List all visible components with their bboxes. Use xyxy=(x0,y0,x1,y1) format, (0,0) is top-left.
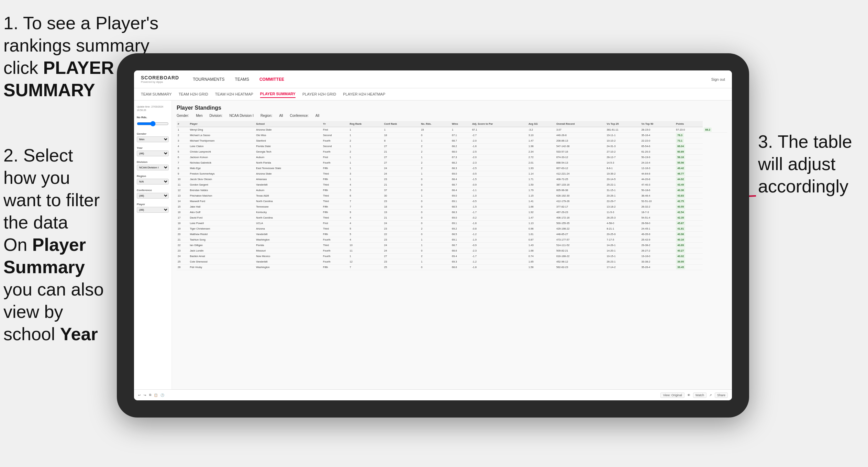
update-time-label: Update time: xyxy=(137,105,151,108)
points-cell: 42.54 xyxy=(676,210,685,214)
sidebar-year: Year (All) xyxy=(137,146,169,156)
annotation-step2: 2. Select how you want to filter the dat… xyxy=(3,144,107,234)
toolbar-share-btn[interactable]: Share xyxy=(715,392,728,398)
points-cell: 41.81 xyxy=(676,226,685,231)
table-row: 22Ian GilliganFloridaThird1024168.7-0.91… xyxy=(177,243,727,248)
player-label: Player xyxy=(137,203,169,206)
table-row: 16Alex GoffKentuckyFifth919068.3-1.71.92… xyxy=(177,210,727,215)
nav-tournaments[interactable]: TOURNAMENTS xyxy=(193,76,224,83)
points-cell: 43.49 xyxy=(676,182,685,187)
points-cell: 88.2 xyxy=(704,127,712,132)
points-cell: 46.77 xyxy=(676,171,685,176)
toolbar-undo-icon[interactable]: ↩ xyxy=(138,393,141,397)
table-row: 4Luke ClatonFlorida StateSecond127268.2-… xyxy=(177,144,727,149)
logo-area: SCOREBOARD Powered by dippa xyxy=(141,75,179,84)
points-cell: 60.89 xyxy=(676,149,685,154)
col-adj-score: Adj. Score to Par xyxy=(471,121,527,127)
table-row: 25Cole SherwoodVanderbiltFourth1223169.3… xyxy=(177,259,727,265)
table-row: 24Bastien AmatNew MexicoFourth127269.4-1… xyxy=(177,254,727,259)
logo-sub: Powered by dippa xyxy=(141,80,179,84)
toolbar-eye-icon: 👁 xyxy=(687,393,690,397)
table-row: 21Tashiun SongWashingtonFourth423169.1-1… xyxy=(177,237,727,243)
toolbar-redo-icon[interactable]: ↪ xyxy=(144,393,146,397)
logo-scoreboard: SCOREBOARD xyxy=(141,75,179,80)
subnav-team-h2h-heatmap[interactable]: TEAM H2H HEATMAP xyxy=(215,91,253,98)
points-cell: 40.55 xyxy=(676,204,685,209)
table-row: 23Jack LundinMissouriFourth1124068.6-2.3… xyxy=(177,248,727,254)
table-header: # Player School Yr Reg Rank Conf Rank No… xyxy=(177,121,727,127)
points-cell: 55.56 xyxy=(676,160,685,165)
col-vs-top50: Vs Top 50 xyxy=(640,121,675,127)
subnav-player-h2h-heatmap[interactable]: PLAYER H2H HEATMAP xyxy=(343,91,385,98)
col-player: Player xyxy=(189,121,255,127)
table-row: 12Brendan ValdesAuburnFifth537068.4-1.11… xyxy=(177,188,727,193)
col-wins: Wins xyxy=(451,121,471,127)
points-cell: 73.1 xyxy=(676,138,684,143)
col-rank: # xyxy=(177,121,189,127)
subnav-player-h2h-grid[interactable]: PLAYER H2H GRID xyxy=(302,91,336,98)
toolbar-view-btn[interactable]: View: Original xyxy=(660,392,684,398)
year-select[interactable]: (All) xyxy=(137,151,169,156)
points-cell: 43.83 xyxy=(676,193,685,198)
nav-sign-out[interactable]: Sign out xyxy=(711,77,725,81)
player-select[interactable]: (All) xyxy=(137,207,169,213)
filter-region-label: Region: xyxy=(260,114,272,118)
filter-gender-value: Men xyxy=(196,114,202,118)
table-row: 6Jackson KoivunAuburnFirst127167.3-2.02.… xyxy=(177,155,727,160)
subnav-player-summary[interactable]: PLAYER SUMMARY xyxy=(260,90,296,98)
table-body: 1Wenyi DingArizona StateFirst1115167.1-3… xyxy=(177,127,727,270)
sidebar-update-time: Update time: 27/03/2024 16:56:26 xyxy=(137,105,169,112)
table-row: 18Luke PowellUCLAFirst424069.1-1.81.1350… xyxy=(177,221,727,226)
table-row: 8Mats EgeEast Tennessee StateFifth124268… xyxy=(177,166,727,171)
filter-division-value: NCAA Division I xyxy=(229,114,254,118)
nav-teams[interactable]: TEAMS xyxy=(235,76,249,83)
bottom-toolbar: ↩ ↪ ⧉ 📋 🕐 View: Original 👁 Watch ↗ Share xyxy=(134,389,732,400)
filter-conference-label: Conference: xyxy=(290,114,309,118)
col-vs-top25: Vs Top 25 xyxy=(606,121,641,127)
year-label: Year xyxy=(137,146,169,149)
toolbar-copy-icon[interactable]: ⧉ xyxy=(149,393,151,397)
col-points: Points xyxy=(675,121,703,127)
points-cell: 40.16 xyxy=(676,237,685,242)
toolbar-share-icon: ↗ xyxy=(709,393,712,397)
sidebar-player: Player (All) xyxy=(137,203,169,213)
gender-select[interactable]: Men xyxy=(137,136,169,142)
sub-nav: TEAM SUMMARY TEAM H2H GRID TEAM H2H HEAT… xyxy=(134,88,732,101)
nav-committee[interactable]: COMMITTEE xyxy=(259,76,284,83)
col-overall: Overall Record xyxy=(555,121,606,127)
points-cell: 66.04 xyxy=(676,144,685,148)
conference-label: Conference xyxy=(137,189,169,192)
region-select[interactable]: N/A xyxy=(137,179,169,185)
filter-division-label: Division: xyxy=(210,114,223,118)
points-cell: 40.02 xyxy=(676,254,685,258)
no-rids-slider[interactable] xyxy=(137,120,169,127)
conference-select[interactable]: (All) xyxy=(137,193,169,199)
points-cell: 40.69 xyxy=(676,243,685,247)
table-row: 3Michael ThorbjornsenStanfordFourth28168… xyxy=(177,138,727,144)
sidebar-no-rids: No Rds. xyxy=(137,116,169,128)
sidebar: Update time: 27/03/2024 16:56:26 No Rds.… xyxy=(134,101,172,389)
division-select[interactable]: NCAA Division I xyxy=(137,165,169,170)
points-cell: 44.92 xyxy=(676,177,685,181)
points-cell: 58.18 xyxy=(676,155,685,159)
col-reg-rank: Reg Rank xyxy=(349,121,383,127)
annotation-step3: 3. The table will adjust accordingly xyxy=(758,131,861,198)
table-row: 10Jacob Skov OlesenArkansasFifth123068.4… xyxy=(177,177,727,182)
subnav-team-summary[interactable]: TEAM SUMMARY xyxy=(141,91,172,98)
gender-label: Gender xyxy=(137,132,169,135)
nav-bar: SCOREBOARD Powered by dippa TOURNAMENTS … xyxy=(134,70,732,88)
table-row: 1Wenyi DingArizona StateFirst1115167.1-3… xyxy=(177,127,727,133)
col-no-rds: No. Rds. xyxy=(420,121,451,127)
toolbar-watch-btn[interactable]: Watch xyxy=(693,392,706,398)
table-row: 14Maxwell FordNorth CarolinaThird723069.… xyxy=(177,199,727,204)
table-title: Player Standings xyxy=(177,105,727,111)
toolbar-clock-icon[interactable]: 🕐 xyxy=(160,393,164,397)
points-cell: 42.35 xyxy=(676,215,685,220)
points-cell: 40.27 xyxy=(676,248,685,253)
table-row: 20Matthew RiedelVanderbiltFifth522068.5-… xyxy=(177,232,727,237)
table-area: Player Standings Gender: Men Division: N… xyxy=(172,101,732,389)
tablet-device: SCOREBOARD Powered by dippa TOURNAMENTS … xyxy=(117,53,749,418)
toolbar-paste-icon[interactable]: 📋 xyxy=(154,393,158,397)
filter-conference-value: All xyxy=(315,114,319,118)
subnav-team-h2h-grid[interactable]: TEAM H2H GRID xyxy=(179,91,208,98)
